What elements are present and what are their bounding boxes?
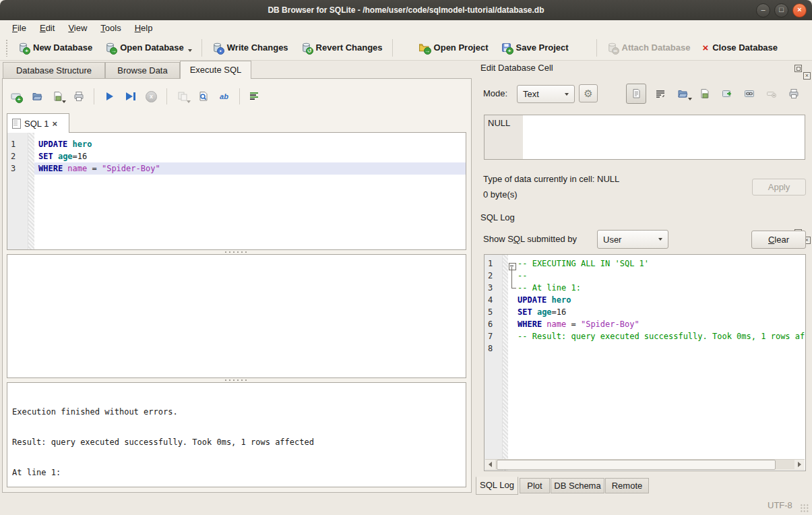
open-external-icon: [722, 88, 732, 99]
open-in-app-button[interactable]: [719, 86, 735, 102]
menu-help[interactable]: Help: [128, 22, 160, 34]
open-project-button[interactable]: → Open Project: [412, 38, 495, 57]
save-icon: [699, 88, 710, 99]
close-tab-icon[interactable]: ×: [52, 119, 57, 129]
resize-grip[interactable]: [800, 504, 809, 513]
menu-view[interactable]: View: [61, 22, 94, 34]
attach-database-icon: ∞: [606, 42, 618, 53]
print-button[interactable]: [69, 88, 88, 106]
mode-label: Mode:: [483, 88, 507, 98]
editor-line[interactable]: 1 UPDATE hero: [7, 138, 466, 150]
execution-messages[interactable]: Execution finished without errors. Resul…: [7, 382, 466, 487]
splitter-handle[interactable]: [209, 250, 263, 253]
toolbar-drag-handle[interactable]: [5, 39, 9, 57]
new-sql-tab-button[interactable]: +: [7, 88, 25, 106]
app-window: DB Browser for SQLite - /home/user/code/…: [0, 0, 812, 515]
save-project-button[interactable]: + Save Project: [495, 38, 575, 57]
log-line: 1 -- EXECUTING ALL IN 'SQL 1': [485, 258, 805, 270]
chevron-down-icon: [565, 93, 569, 96]
scroll-left-icon[interactable]: [485, 460, 495, 469]
open-database-button[interactable]: → Open Database: [98, 38, 198, 57]
menu-file[interactable]: File: [5, 22, 33, 34]
sql-1-tab[interactable]: SQL 1 ×: [7, 113, 69, 133]
chevron-down-icon: [658, 238, 662, 241]
save-file-icon: [53, 91, 63, 102]
float-panel-icon[interactable]: [794, 65, 802, 72]
tab-browse-data[interactable]: Browse Data: [105, 62, 180, 79]
sql-file-icon: [12, 119, 21, 129]
new-tab-icon: +: [11, 91, 22, 102]
log-filter-select[interactable]: User: [597, 230, 668, 249]
cell-editor-toolbar: [626, 84, 802, 104]
editor-line-current[interactable]: 3 WHERE name = "Spider-Boy": [7, 162, 466, 175]
open-database-dropdown-icon[interactable]: [188, 49, 192, 52]
set-null-icon: [766, 88, 777, 99]
mode-select[interactable]: Text: [517, 85, 575, 103]
sql-log-title: SQL Log: [480, 212, 515, 222]
print-cell-button[interactable]: [786, 86, 802, 102]
cell-value-editor[interactable]: NULL: [484, 115, 805, 160]
close-panel-icon[interactable]: ×: [803, 72, 811, 80]
find-icon: [198, 91, 209, 102]
format-sql-icon: [250, 90, 261, 102]
set-null-button: [763, 86, 780, 102]
export-data-button[interactable]: [697, 86, 713, 102]
copy-results-button: [173, 88, 191, 106]
log-line: 2 --: [485, 270, 805, 282]
revert-changes-button[interactable]: ↺ Revert Changes: [294, 38, 389, 57]
log-line: 6 WHERE name = "Spider-Boy": [485, 318, 805, 330]
title-bar[interactable]: DB Browser for SQLite - /home/user/code/…: [0, 0, 812, 20]
import-settings-button[interactable]: ⚙: [579, 84, 598, 102]
open-sql-file-button[interactable]: [28, 88, 46, 106]
filter-value: User: [603, 235, 621, 245]
new-database-button[interactable]: + New Database: [11, 38, 98, 57]
sql-log-view[interactable]: 1 -- EXECUTING ALL IN 'SQL 1' 2 -- 3 -- …: [484, 254, 806, 471]
toolbar-separator: [239, 88, 240, 104]
save-project-icon: +: [501, 42, 512, 53]
save-sql-file-button[interactable]: [49, 88, 67, 106]
text-document-icon: [631, 88, 642, 99]
text-mode-button[interactable]: [626, 84, 646, 104]
bottom-tab-remote[interactable]: Remote: [605, 478, 649, 493]
maximize-button[interactable]: □: [774, 3, 788, 18]
horizontal-scrollbar[interactable]: [485, 459, 805, 470]
toolbar-separator: [392, 39, 393, 57]
cell-size-info: 0 byte(s): [483, 189, 518, 200]
main-toolbar: + New Database → Open Database ▪ Write C…: [0, 35, 812, 61]
results-grid[interactable]: [7, 254, 466, 378]
editor-line[interactable]: 2 SET age=16: [7, 150, 466, 162]
sql-editor[interactable]: 1 UPDATE hero 2 SET age=16 3 WHERE name …: [7, 132, 466, 250]
bottom-tab-plot[interactable]: Plot: [520, 478, 550, 493]
menu-tools[interactable]: Tools: [94, 22, 127, 34]
word-wrap-button[interactable]: [652, 86, 668, 102]
execute-all-icon: [106, 92, 113, 100]
edit-cell-title: Edit Database Cell: [480, 63, 553, 73]
write-changes-button[interactable]: ▪ Write Changes: [206, 38, 294, 57]
scroll-right-icon[interactable]: [794, 460, 805, 469]
import-data-button[interactable]: [675, 86, 691, 102]
scrollbar-thumb[interactable]: [497, 460, 776, 470]
menu-edit[interactable]: Edit: [33, 22, 61, 34]
tab-database-structure[interactable]: Database Structure: [3, 62, 105, 79]
mode-value: Text: [523, 89, 539, 99]
minimize-button[interactable]: –: [756, 3, 770, 18]
clear-log-button[interactable]: Clear: [751, 231, 806, 249]
format-sql-button[interactable]: [246, 88, 264, 106]
print-icon: [73, 91, 84, 102]
print-icon: [788, 88, 799, 99]
close-icon: ×: [797, 5, 801, 13]
close-button[interactable]: ×: [792, 3, 807, 18]
auto-complete-button[interactable]: ab: [215, 88, 233, 106]
execute-all-button[interactable]: [100, 88, 119, 106]
new-database-icon: +: [18, 42, 29, 53]
close-database-button[interactable]: × Close Database: [696, 39, 784, 56]
execute-line-button[interactable]: [121, 88, 139, 106]
splitter-handle[interactable]: [209, 378, 263, 382]
bottom-tab-db-schema[interactable]: DB Schema: [551, 478, 604, 493]
copy-link-button[interactable]: [741, 86, 757, 102]
find-button[interactable]: [194, 88, 212, 106]
tab-execute-sql[interactable]: Execute SQL: [180, 61, 251, 79]
bottom-tab-sql-log[interactable]: SQL Log: [476, 477, 518, 495]
sql-tab-label: SQL 1: [24, 119, 49, 129]
message-line: Execution finished without errors.: [12, 407, 461, 417]
